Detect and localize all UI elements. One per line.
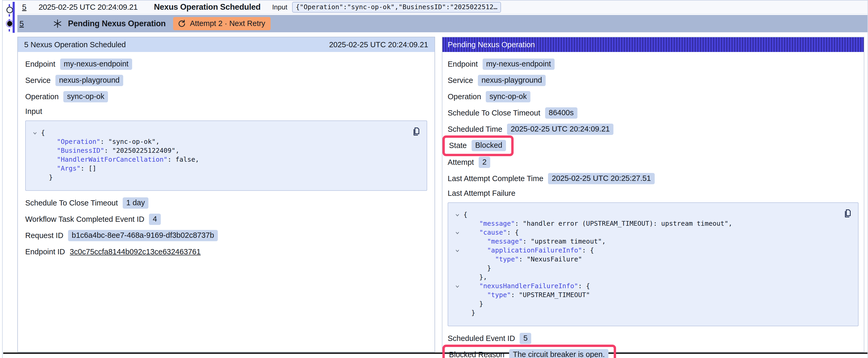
code-line: "Args": [] bbox=[29, 164, 403, 173]
code-gutter bbox=[29, 164, 41, 173]
field-label: Schedule To Close Timeout bbox=[448, 109, 540, 117]
code-text: "message": "handler error (UPSTREAM_TIME… bbox=[463, 219, 733, 228]
code-text: "nexusHandlerFailureInfo": { bbox=[463, 282, 590, 291]
field-label: Workflow Task Completed Event ID bbox=[25, 215, 144, 224]
code-line: "cause": { bbox=[451, 228, 834, 237]
field-value: my-nexus-endpoint bbox=[60, 59, 132, 70]
event-row-scheduled[interactable]: 5 2025-02-25 UTC 20:24:09.21 Nexus Opera… bbox=[17, 1, 867, 14]
field-value: 2025-02-25 UTC 20:25:27.51 bbox=[548, 173, 654, 184]
collapse-chevron-icon[interactable] bbox=[451, 228, 463, 237]
field-value: 86400s bbox=[545, 107, 578, 119]
collapse-chevron-icon[interactable] bbox=[451, 210, 463, 219]
field-value: nexus-playground bbox=[478, 75, 546, 86]
fields-top: Endpointmy-nexus-endpointServicenexus-pl… bbox=[25, 58, 427, 103]
fields-top: Endpointmy-nexus-endpointServicenexus-pl… bbox=[448, 58, 859, 185]
failure-section-label: Last Attempt Failure bbox=[448, 189, 859, 198]
field-workflow-task-completed-event-id: Workflow Task Completed Event ID4 bbox=[25, 214, 427, 225]
code-text: "cause": { bbox=[463, 228, 519, 237]
field-label: State bbox=[449, 141, 467, 150]
field-value: b1c6a4bc-8ee7-468a-9169-df3b02c8737b bbox=[68, 230, 218, 241]
field-value: sync-op-ok bbox=[486, 91, 530, 102]
field-label: Request ID bbox=[25, 231, 63, 240]
code-line: } bbox=[451, 264, 834, 273]
collapse-chevron-icon[interactable] bbox=[451, 246, 463, 255]
code-gutter bbox=[451, 299, 463, 308]
code-text: } bbox=[41, 173, 53, 182]
field-value: 5 bbox=[520, 333, 531, 344]
collapse-chevron-icon[interactable] bbox=[29, 128, 41, 137]
timeline-active-bar bbox=[12, 2, 15, 33]
code-text: "applicationFailureInfo": { bbox=[463, 246, 594, 255]
code-line: "Operation": "sync-op-ok", bbox=[29, 137, 403, 146]
scheduled-panel-body: Endpointmy-nexus-endpointServicenexus-pl… bbox=[18, 52, 435, 268]
attempt-retry-badge: Attempt 2 · Next Retry bbox=[173, 17, 271, 30]
code-line: "BusinessID": "20250225122409", bbox=[29, 146, 403, 155]
history-bottom-divider bbox=[3, 353, 867, 354]
fields-bottom: Scheduled Event ID5Blocked ReasonThe cir… bbox=[448, 332, 859, 358]
code-line: "type": "NexusFailure" bbox=[451, 255, 834, 264]
code-gutter bbox=[29, 155, 41, 164]
copy-button[interactable] bbox=[409, 125, 422, 138]
event-name: Nexus Operation Scheduled bbox=[154, 2, 260, 12]
field-value: Blocked bbox=[471, 140, 506, 151]
event-history-list: 5 2025-02-25 UTC 20:24:09.21 Nexus Opera… bbox=[3, 1, 867, 32]
field-label: Blocked Reason bbox=[449, 350, 504, 358]
code-text: } bbox=[463, 308, 475, 317]
event-id-link[interactable]: 5 bbox=[22, 3, 27, 11]
timeline-gutter bbox=[3, 1, 17, 35]
open-circle-icon bbox=[6, 6, 13, 15]
code-text: }, bbox=[463, 273, 487, 282]
annotation-highlight-box: StateBlocked bbox=[442, 135, 514, 156]
field-schedule-to-close-timeout: Schedule To Close Timeout1 day bbox=[25, 197, 427, 209]
event-details: 5 Nexus Operation Scheduled 2025-02-25 U… bbox=[3, 32, 867, 352]
input-preview-chip[interactable]: {"Operation":"sync-op-ok","BusinessID":"… bbox=[292, 2, 501, 12]
code-text: } bbox=[463, 264, 491, 273]
code-text: "BusinessID": "20250225122409", bbox=[41, 146, 180, 155]
field-last-attempt-complete-time: Last Attempt Complete Time2025-02-25 UTC… bbox=[448, 173, 859, 185]
code-line: "nexusHandlerFailureInfo": { bbox=[451, 282, 834, 291]
field-label: Operation bbox=[448, 92, 481, 101]
pending-panel-header: Pending Nexus Operation bbox=[442, 37, 864, 52]
code-line: }, bbox=[451, 273, 834, 282]
code-gutter bbox=[451, 219, 463, 228]
event-id-link[interactable]: 5 bbox=[20, 19, 24, 28]
code-gutter bbox=[29, 137, 41, 146]
code-line: } bbox=[451, 308, 834, 317]
code-line: "message": "handler error (UPSTREAM_TIME… bbox=[451, 219, 834, 228]
code-lines: { "Operation": "sync-op-ok", "BusinessID… bbox=[29, 128, 403, 182]
field-label: Service bbox=[448, 76, 473, 85]
code-text: "message": "upstream timeout", bbox=[463, 237, 606, 246]
event-timestamp: 2025-02-25 UTC 20:24:09.21 bbox=[39, 3, 138, 11]
field-value: 4 bbox=[149, 214, 160, 225]
code-text: { bbox=[463, 210, 467, 219]
code-text: "type": "UPSTREAM_TIMEOUT" bbox=[463, 291, 590, 299]
field-value: sync-op-ok bbox=[63, 91, 108, 102]
code-text: { bbox=[41, 128, 45, 137]
code-lines: { "message": "handler error (UPSTREAM_TI… bbox=[451, 210, 834, 317]
code-line: "HandlerWaitForCancellation": false, bbox=[29, 155, 403, 164]
field-label: Schedule To Close Timeout bbox=[25, 199, 118, 207]
code-gutter bbox=[451, 291, 463, 299]
code-gutter bbox=[451, 273, 463, 282]
code-line: "applicationFailureInfo": { bbox=[451, 246, 834, 255]
pending-operation-panel: Pending Nexus Operation Endpointmy-nexus… bbox=[442, 37, 864, 352]
field-state: StateBlocked bbox=[448, 140, 859, 152]
code-text: "type": "NexusFailure" bbox=[463, 255, 582, 264]
collapse-chevron-icon[interactable] bbox=[451, 282, 463, 291]
field-label: Endpoint bbox=[448, 60, 478, 68]
field-value: 2 bbox=[479, 157, 490, 168]
code-gutter bbox=[29, 173, 41, 182]
code-gutter bbox=[451, 255, 463, 264]
field-label: Attempt bbox=[448, 158, 474, 167]
code-line: } bbox=[29, 173, 403, 182]
field-label: Endpoint bbox=[25, 60, 56, 68]
fields-bottom: Schedule To Close Timeout1 dayWorkflow T… bbox=[25, 197, 427, 258]
field-operation: Operationsync-op-ok bbox=[25, 91, 427, 103]
field-value[interactable]: 3c0c75ccfa8144b092c13ce632463761 bbox=[70, 248, 201, 256]
code-text: "Args": [] bbox=[41, 164, 96, 173]
scheduled-panel-header: 5 Nexus Operation Scheduled 2025-02-25 U… bbox=[18, 37, 435, 52]
copy-button[interactable] bbox=[841, 207, 853, 220]
event-row-pending[interactable]: 5 Pending Nexus Operation Attempt 2 · Ne… bbox=[17, 15, 867, 32]
field-value: 2025-02-25 UTC 20:24:09.21 bbox=[507, 124, 614, 135]
scheduled-event-panel: 5 Nexus Operation Scheduled 2025-02-25 U… bbox=[17, 37, 435, 352]
